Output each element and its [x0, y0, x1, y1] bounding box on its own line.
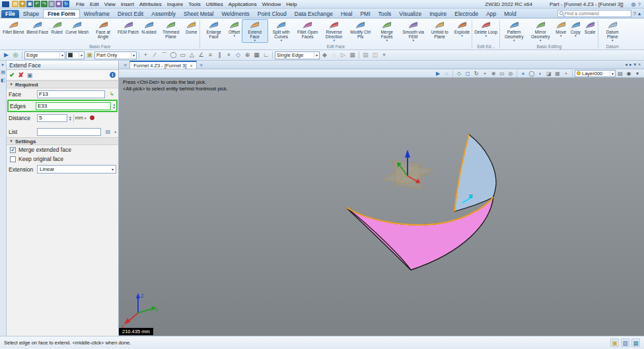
- display-status-icon[interactable]: ▦: [631, 338, 640, 347]
- list-input[interactable]: [37, 128, 101, 136]
- layer-manager-icon[interactable]: ▤: [616, 70, 624, 77]
- menu-inquire[interactable]: Inquire: [164, 1, 186, 7]
- visibility-icon[interactable]: ◉: [625, 70, 633, 77]
- tab-sheet-metal[interactable]: Sheet Metal: [180, 10, 217, 18]
- aux-icon-2[interactable]: ◫: [371, 51, 379, 59]
- ribbon-button-delete-loop[interactable]: Delete Loop▾: [473, 19, 499, 38]
- scope-icon[interactable]: ▣: [85, 51, 94, 59]
- layer-combo[interactable]: Layer000▾: [575, 70, 616, 77]
- tab-weldments[interactable]: Weldments: [217, 10, 253, 18]
- funnel-surface[interactable]: [346, 197, 493, 270]
- command-search[interactable]: [557, 10, 631, 17]
- tab-inquire[interactable]: Inquire: [425, 10, 450, 18]
- refresh-icon[interactable]: ↻: [63, 1, 69, 7]
- zoom-icon[interactable]: ⊕: [489, 70, 497, 77]
- boundary-pick-icon[interactable]: ▦: [348, 51, 357, 59]
- spin-icon[interactable]: ↻: [472, 70, 480, 77]
- csys-toggle-icon[interactable]: +: [562, 70, 570, 77]
- settings-icon[interactable]: ✱: [55, 1, 62, 7]
- ribbon-button-extend-face[interactable]: Extend Face▾: [242, 19, 268, 43]
- dialog-title[interactable]: Extend Face: [7, 61, 118, 70]
- snap-tool-icon[interactable]: ⊕: [243, 51, 252, 59]
- help-icon[interactable]: ?: [633, 11, 636, 16]
- redo-icon[interactable]: ↷: [41, 1, 48, 7]
- menu-window[interactable]: Window: [260, 1, 283, 7]
- scroll-left-icon[interactable]: ◂: [625, 62, 627, 67]
- zoom-window-icon[interactable]: ▭: [498, 70, 506, 77]
- document-tab[interactable]: Funnel 4.Z3 - [Funnel 3] ×: [129, 61, 197, 69]
- menu-edit[interactable]: Edit: [87, 1, 102, 7]
- lasso-icon[interactable]: ◌: [443, 70, 450, 77]
- face-pick-icon[interactable]: ↳: [107, 91, 116, 97]
- angle-tool-icon[interactable]: ∠: [197, 51, 205, 59]
- tab-point-cloud[interactable]: Point Cloud: [254, 10, 291, 18]
- polygon-tool-icon[interactable]: △: [188, 51, 196, 59]
- tab-file[interactable]: File: [1, 10, 19, 18]
- mirror-tool-icon[interactable]: ∥: [215, 51, 224, 59]
- select-tool-icon[interactable]: ▶: [2, 51, 11, 59]
- ribbon-button-pattern-geometry[interactable]: Pattern Geometry▾: [501, 19, 527, 43]
- merge-checkbox[interactable]: ✔: [10, 147, 16, 153]
- menu-attributes[interactable]: Attributes: [137, 1, 164, 7]
- ribbon-button-scale[interactable]: Scale: [583, 19, 597, 36]
- edges-expand-icon[interactable]: ▾▾: [113, 104, 115, 109]
- ribbon-button-reverse-direction[interactable]: Reverse Direction▾: [321, 19, 347, 43]
- ribbon-button-datum-plane[interactable]: Datum Plane▾: [599, 19, 626, 43]
- ortho-icon[interactable]: ∟: [262, 51, 270, 59]
- tab-shape[interactable]: Shape: [19, 10, 44, 18]
- edge-mode-combo[interactable]: Single Edge▾: [275, 51, 320, 59]
- extension-dropdown[interactable]: Linear ▾: [37, 165, 116, 174]
- help-title-icon[interactable]: ?: [638, 1, 641, 7]
- offset-tool-icon[interactable]: ≡: [206, 51, 215, 59]
- graphics-canvas[interactable]: Z Y X Press <Ctrl-Del> to undo the last …: [119, 78, 644, 336]
- grid-toggle-icon[interactable]: ▦: [554, 70, 561, 77]
- scope-combo[interactable]: Part Only▾: [94, 51, 137, 59]
- tab-pmi[interactable]: PMI: [356, 10, 374, 18]
- new-doc-icon[interactable]: +: [121, 62, 129, 69]
- open-file-icon[interactable]: ▼: [19, 1, 26, 7]
- keep-checkbox[interactable]: [10, 156, 16, 162]
- ribbon-button-fem-patch[interactable]: FEM Patch: [116, 19, 140, 36]
- ribbon-button-split-with-curves[interactable]: Split with Curves▾: [268, 19, 295, 43]
- edges-input[interactable]: [36, 102, 111, 110]
- ribbon-button-fillet-open-faces[interactable]: Fillet Open Faces: [295, 19, 321, 40]
- search-input[interactable]: [565, 11, 629, 16]
- view-orient-icon[interactable]: ◇: [455, 70, 463, 77]
- chain-pick-icon[interactable]: ◆: [320, 51, 329, 59]
- undo-icon[interactable]: ↶: [34, 1, 40, 7]
- distance-option-icon[interactable]: [90, 115, 94, 120]
- ok-button[interactable]: ✔: [9, 71, 15, 79]
- ribbon-button-move[interactable]: Move▾: [554, 19, 568, 38]
- menu-help[interactable]: Help: [283, 1, 299, 7]
- trim-tool-icon[interactable]: ×: [225, 51, 233, 59]
- list-insert-icon[interactable]: ▤: [103, 129, 112, 135]
- print-icon[interactable]: ▥: [48, 1, 55, 7]
- ribbon-button-ruled[interactable]: Ruled: [50, 19, 64, 36]
- tab-assembly[interactable]: Assembly: [147, 10, 180, 18]
- snap-status-icon[interactable]: ▣: [610, 338, 619, 347]
- tab-heal[interactable]: Heal: [337, 10, 356, 18]
- tab-list-icon[interactable]: ▾: [633, 62, 636, 67]
- reset-button[interactable]: ▣: [27, 72, 33, 79]
- ribbon-button-blend-face[interactable]: Blend Face: [25, 19, 50, 36]
- history-manager-icon[interactable]: ▤: [1, 70, 5, 75]
- list-caret-icon[interactable]: ▾: [114, 130, 116, 134]
- expand-manager-icon[interactable]: ▸: [2, 62, 5, 67]
- unit-dropdown[interactable]: mm ▾: [73, 114, 88, 122]
- ribbon-button-modify-ctrl-pts[interactable]: Modify Ctrl Pts: [347, 19, 374, 40]
- ribbon-button-fillet-blend[interactable]: Fillet Blend: [1, 19, 25, 36]
- more-display-icon[interactable]: ▾: [633, 70, 641, 77]
- ribbon-button-dome[interactable]: Dome: [184, 19, 199, 36]
- loop-pick-icon[interactable]: ◌: [330, 51, 338, 59]
- shade-mode-icon[interactable]: ●: [519, 70, 527, 77]
- menu-insert[interactable]: Insert: [118, 1, 137, 7]
- tab-app[interactable]: App: [482, 10, 500, 18]
- monitor-status-icon[interactable]: ▥: [621, 338, 629, 347]
- menu-file[interactable]: File: [73, 1, 87, 7]
- pick-filter-icon[interactable]: ◎: [11, 51, 20, 59]
- ribbon-button-curve-mesh[interactable]: Curve Mesh: [64, 19, 90, 36]
- ribbon-button-enlarge-face[interactable]: Enlarge Face: [201, 19, 227, 40]
- add-tab-icon[interactable]: +: [197, 62, 205, 69]
- ribbon-button-offset[interactable]: Offset▾: [227, 19, 242, 38]
- wireframe-mode-icon[interactable]: ◯: [528, 70, 536, 77]
